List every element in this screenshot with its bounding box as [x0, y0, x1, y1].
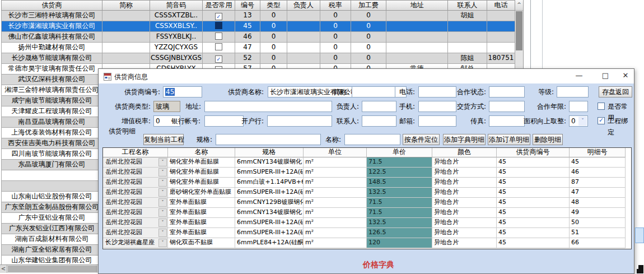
address-input[interactable] — [204, 101, 332, 112]
supplier-row[interactable]: 长沙市潇湘玻璃实业有限公司CSSXXBLSY..45000 — [1, 21, 515, 32]
detail-row[interactable]: 岳州北控花园˅室外单面贴膜6mmSUPER-III+12A(硅..m²126.5… — [103, 228, 626, 238]
column-header-8[interactable]: 税率 — [320, 0, 351, 11]
column-header-5[interactable]: 编号 — [235, 0, 260, 11]
project-combo[interactable]: 岳州北控花园˅ — [103, 208, 168, 218]
common-use-checkbox[interactable] — [215, 22, 222, 29]
project-combo[interactable]: 岳州北控花园˅ — [103, 168, 168, 178]
detail-row[interactable]: 岳州北控花园˅钢化室外单面贴膜6mmCNY134镀膜钢化m²71.5异地合片45… — [103, 157, 626, 168]
supplier-cell: 0 — [351, 32, 386, 43]
supplier-cell: 广东坚朗五金制品股份有限公司 — [1, 202, 102, 213]
column-header-12[interactable]: 电话 — [487, 0, 515, 11]
project-name: 岳州北控花园 — [105, 208, 142, 217]
common-use-checkbox[interactable]: ✓ — [215, 13, 222, 20]
coop-status-input[interactable] — [489, 86, 525, 97]
column-header-11[interactable]: 联系人 — [448, 0, 487, 11]
detail-row[interactable]: 长沙龙湖祺鑫星座˅钢化双面不贴膜6mmPLE84+12A(硅酮胶..m²120异… — [103, 238, 626, 248]
common-use-checkbox[interactable]: ✓ — [215, 55, 222, 63]
chevron-down-icon[interactable]: ˅ — [578, 117, 587, 126]
supplier-table-horizontal-scrollbar[interactable]: < — [0, 264, 99, 273]
chevron-down-icon[interactable]: ˅ — [158, 229, 167, 237]
chevron-down-icon[interactable]: ˅ — [158, 208, 167, 217]
vertical-scrollbar-thumb[interactable] — [516, 11, 522, 50]
project-combo[interactable]: 岳州北控花园˅ — [103, 188, 168, 198]
column-header-4[interactable]: 是否常用 — [203, 0, 235, 11]
detail-row[interactable]: 岳州北控花园˅钢化室外单面贴膜6mmSUPER-III+12A(硅..m²122… — [103, 168, 626, 178]
scroll-up-arrow-icon[interactable]: ^ — [515, 0, 523, 11]
chevron-down-icon[interactable]: ˅ — [158, 168, 167, 177]
supplier-no-input[interactable]: 45 — [163, 86, 202, 97]
locate-by-condition-button[interactable]: 按条件定位 — [403, 134, 440, 145]
detail-row[interactable]: 岳州北控花园˅室外单面贴膜6mmCNY134镀膜钢化m²71.5异地合片4549 — [103, 208, 626, 218]
project-combo[interactable]: 岳州北控花园˅ — [103, 218, 168, 228]
minimize-button[interactable]: — — [570, 69, 588, 83]
project-combo[interactable]: 岳州北控花园˅ — [103, 198, 168, 208]
column-header-7[interactable]: 负责人 — [287, 0, 320, 11]
coop-years-label: 合作年限: — [526, 101, 566, 112]
chevron-down-icon[interactable]: ˅ — [158, 239, 167, 247]
detail-cell: 异地合片 — [432, 228, 497, 238]
project-combo[interactable]: 长沙龙湖祺鑫星座˅ — [103, 238, 168, 248]
add-dictionary-detail-button[interactable]: 添加字典明细 — [443, 134, 486, 145]
column-header-10[interactable]: 地址 — [386, 0, 448, 11]
chevron-down-icon[interactable]: ˅ — [158, 178, 167, 187]
detail-cell: 71.5 — [367, 208, 432, 218]
common-use-checkbox[interactable] — [215, 43, 222, 50]
chevron-down-icon[interactable]: ˅ — [158, 188, 167, 197]
supplier-cell: 0 — [260, 32, 287, 43]
supplier-table-vertical-scrollbar[interactable]: ^ — [515, 0, 524, 68]
chevron-down-icon[interactable]: ˅ — [158, 158, 167, 166]
grid-column-header-4[interactable]: 单位 — [304, 148, 367, 157]
area-round-up-select[interactable]: 0˅ — [569, 115, 588, 127]
project-combo[interactable]: 岳州北控花园˅ — [103, 178, 168, 188]
grid-column-header-2[interactable]: 名称 — [168, 148, 235, 157]
horizontal-scrollbar-thumb[interactable] — [8, 266, 97, 272]
grid-column-header-1[interactable]: 工程名称 — [103, 148, 168, 157]
common-use-checkbox[interactable] — [598, 103, 605, 110]
copy-current-project-button[interactable]: 复制当前工程 — [143, 134, 184, 145]
supplier-row[interactable]: 长沙市三湘特种玻璃有限公司CSSSXTZBL..✓13000胡姐 — [1, 11, 515, 21]
common-use-checkbox[interactable] — [215, 32, 222, 40]
supplier-row[interactable]: 佛山市亿鑫玻璃科技有限公司FSSYXBLKJ..46000 — [1, 32, 515, 43]
column-header-2[interactable]: 简称 — [102, 0, 150, 11]
name-filter-input[interactable] — [344, 134, 400, 145]
supplier-row[interactable]: 长沙晟格节能玻璃有限公司CSSGJNBLYXGS✓52000陈姐180751 — [1, 53, 515, 64]
supplier-row[interactable]: 扬州中勤建材有限公司YZZQJCYXGS47000 — [1, 43, 515, 53]
project-combo[interactable]: 岳州北控花园˅ — [103, 157, 168, 168]
maximize-button[interactable]: □ — [596, 69, 614, 83]
grid-column-header-3[interactable]: 规格 — [235, 148, 304, 157]
supplier-type-input[interactable]: 玻璃 — [153, 101, 180, 112]
save-return-button[interactable]: 存盘返回 — [599, 86, 632, 97]
grid-column-header-6[interactable]: 颜色 — [432, 148, 497, 157]
column-header-6[interactable]: 类型 — [260, 0, 287, 11]
scroll-left-arrow-icon[interactable]: < — [0, 265, 7, 273]
chevron-down-icon[interactable]: ˅ — [158, 198, 167, 207]
supplier-cell: 上海优泰装饰材料有限公司 — [1, 128, 102, 138]
project-bind-checkbox[interactable]: ✓ — [598, 117, 605, 124]
grid-column-header-7[interactable]: 供货商编号 — [497, 148, 570, 157]
detail-cell: 45 — [497, 168, 570, 178]
column-header-9[interactable]: 加工费 — [351, 0, 386, 11]
supplier-cell — [448, 21, 487, 32]
email-input[interactable] — [418, 115, 456, 127]
grid-column-header-8[interactable]: 明细号 — [570, 148, 626, 157]
detail-row[interactable]: 岳州北控花园˅磨砂钢化室外单面贴膜6mmSUPER-III+12A(硅..m²1… — [103, 188, 626, 198]
grid-column-header-5[interactable]: 单价 — [367, 148, 432, 157]
spec-filter-input[interactable] — [216, 134, 321, 145]
grade-input[interactable] — [557, 86, 589, 97]
supplier-cell: 常德市昊宇玻璃有限责任公司 — [1, 64, 102, 75]
detail-row[interactable]: 岳州北控花园˅室外单面贴膜6mmSUPER-III+12A(硅..m²132.5… — [103, 218, 626, 228]
chevron-down-icon[interactable]: ˅ — [158, 219, 167, 227]
detail-row[interactable]: 岳州北控花园˅钢化室外单面贴膜6mm白玻+1.14PVB+6mm..m²148.… — [103, 178, 626, 188]
dialog-titlebar[interactable]: 供货商信息 — □ ✕ — [99, 69, 634, 83]
column-header-1[interactable]: 供货商 — [1, 0, 102, 11]
add-order-detail-button[interactable]: 添加订单明细 — [488, 134, 530, 145]
contact-label: 联系人: — [321, 115, 359, 127]
supplier-cell — [386, 11, 448, 21]
coop-years-input[interactable] — [569, 101, 588, 112]
delivery-method-input[interactable] — [489, 101, 525, 112]
column-header-3[interactable]: 简音码 — [150, 0, 203, 11]
delete-detail-button[interactable]: 删除明细 — [533, 134, 563, 145]
close-button[interactable]: ✕ — [617, 69, 634, 83]
detail-row[interactable]: 岳州北控花园˅室外单面贴膜6mmCNY129B镀膜钢化m²71.5异地合片454… — [103, 198, 626, 208]
project-combo[interactable]: 岳州北控花园˅ — [103, 228, 168, 238]
